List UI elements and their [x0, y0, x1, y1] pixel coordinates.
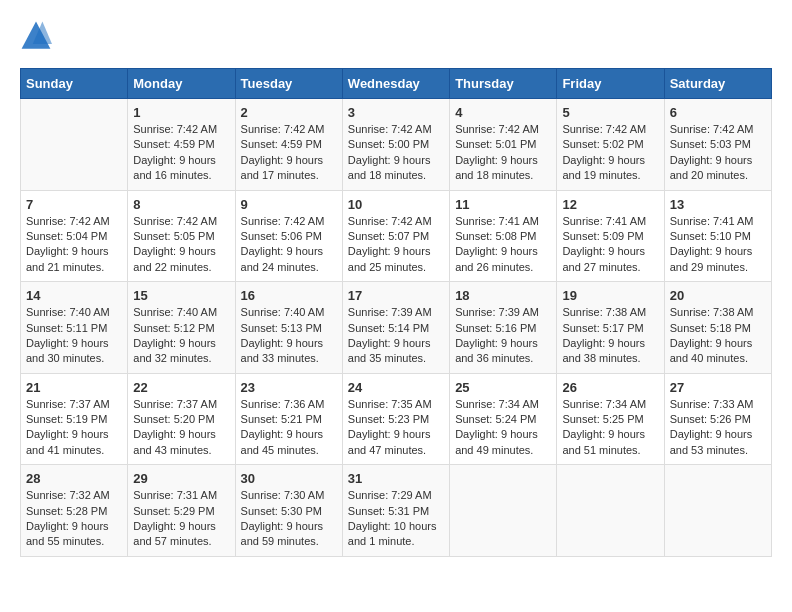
cell-info-line: and 33 minutes.	[241, 351, 337, 366]
cell-info-line: Sunset: 4:59 PM	[133, 137, 229, 152]
cell-info-line: Daylight: 9 hours	[348, 244, 444, 259]
cell-info-line: and 49 minutes.	[455, 443, 551, 458]
cell-info-line: Sunset: 5:28 PM	[26, 504, 122, 519]
cell-info-line: and 27 minutes.	[562, 260, 658, 275]
cell-info-line: and 30 minutes.	[26, 351, 122, 366]
cell-info-line: Daylight: 10 hours	[348, 519, 444, 534]
day-number: 25	[455, 380, 551, 395]
logo	[20, 20, 56, 52]
day-number: 30	[241, 471, 337, 486]
header-monday: Monday	[128, 69, 235, 99]
calendar-cell: 24Sunrise: 7:35 AMSunset: 5:23 PMDayligh…	[342, 373, 449, 465]
cell-info-line: Sunrise: 7:36 AM	[241, 397, 337, 412]
cell-info-line: and 19 minutes.	[562, 168, 658, 183]
cell-info-line: Sunset: 5:00 PM	[348, 137, 444, 152]
cell-info-line: Sunrise: 7:42 AM	[133, 122, 229, 137]
cell-info-line: Sunrise: 7:37 AM	[133, 397, 229, 412]
day-number: 4	[455, 105, 551, 120]
header-friday: Friday	[557, 69, 664, 99]
cell-info-line: Sunrise: 7:41 AM	[455, 214, 551, 229]
cell-info-line: Sunrise: 7:39 AM	[455, 305, 551, 320]
page-header	[20, 20, 772, 52]
calendar-cell: 29Sunrise: 7:31 AMSunset: 5:29 PMDayligh…	[128, 465, 235, 557]
cell-info-line: Sunset: 5:03 PM	[670, 137, 766, 152]
cell-info-line: and 38 minutes.	[562, 351, 658, 366]
cell-info-line: Sunset: 5:09 PM	[562, 229, 658, 244]
cell-info-line: Sunrise: 7:34 AM	[562, 397, 658, 412]
day-number: 13	[670, 197, 766, 212]
day-number: 5	[562, 105, 658, 120]
calendar-week-row: 1Sunrise: 7:42 AMSunset: 4:59 PMDaylight…	[21, 99, 772, 191]
calendar-cell	[664, 465, 771, 557]
day-number: 12	[562, 197, 658, 212]
calendar-cell: 22Sunrise: 7:37 AMSunset: 5:20 PMDayligh…	[128, 373, 235, 465]
cell-info-line: Sunrise: 7:38 AM	[562, 305, 658, 320]
logo-icon	[20, 20, 52, 52]
calendar-week-row: 14Sunrise: 7:40 AMSunset: 5:11 PMDayligh…	[21, 282, 772, 374]
cell-info-line: and 53 minutes.	[670, 443, 766, 458]
cell-info-line: Daylight: 9 hours	[562, 153, 658, 168]
cell-info-line: Sunset: 5:24 PM	[455, 412, 551, 427]
header-tuesday: Tuesday	[235, 69, 342, 99]
cell-info-line: and 47 minutes.	[348, 443, 444, 458]
cell-info-line: Daylight: 9 hours	[241, 427, 337, 442]
cell-info-line: Sunrise: 7:42 AM	[241, 214, 337, 229]
day-number: 20	[670, 288, 766, 303]
cell-info-line: and 26 minutes.	[455, 260, 551, 275]
calendar-cell: 30Sunrise: 7:30 AMSunset: 5:30 PMDayligh…	[235, 465, 342, 557]
calendar-cell: 26Sunrise: 7:34 AMSunset: 5:25 PMDayligh…	[557, 373, 664, 465]
header-saturday: Saturday	[664, 69, 771, 99]
cell-info-line: Daylight: 9 hours	[562, 427, 658, 442]
calendar-cell: 5Sunrise: 7:42 AMSunset: 5:02 PMDaylight…	[557, 99, 664, 191]
calendar-cell: 25Sunrise: 7:34 AMSunset: 5:24 PMDayligh…	[450, 373, 557, 465]
day-number: 27	[670, 380, 766, 395]
cell-info-line: Sunset: 5:16 PM	[455, 321, 551, 336]
cell-info-line: Daylight: 9 hours	[348, 336, 444, 351]
day-number: 2	[241, 105, 337, 120]
calendar-cell: 19Sunrise: 7:38 AMSunset: 5:17 PMDayligh…	[557, 282, 664, 374]
cell-info-line: Daylight: 9 hours	[241, 153, 337, 168]
day-number: 24	[348, 380, 444, 395]
calendar-cell: 14Sunrise: 7:40 AMSunset: 5:11 PMDayligh…	[21, 282, 128, 374]
cell-info-line: Sunset: 5:30 PM	[241, 504, 337, 519]
cell-info-line: Sunset: 5:31 PM	[348, 504, 444, 519]
cell-info-line: Daylight: 9 hours	[133, 336, 229, 351]
cell-info-line: Sunset: 5:12 PM	[133, 321, 229, 336]
cell-info-line: Daylight: 9 hours	[26, 519, 122, 534]
cell-info-line: Sunset: 5:05 PM	[133, 229, 229, 244]
cell-info-line: and 59 minutes.	[241, 534, 337, 549]
calendar-cell: 15Sunrise: 7:40 AMSunset: 5:12 PMDayligh…	[128, 282, 235, 374]
cell-info-line: Daylight: 9 hours	[26, 244, 122, 259]
cell-info-line: Sunset: 5:10 PM	[670, 229, 766, 244]
cell-info-line: Daylight: 9 hours	[241, 244, 337, 259]
cell-info-line: Sunset: 5:04 PM	[26, 229, 122, 244]
calendar-cell: 18Sunrise: 7:39 AMSunset: 5:16 PMDayligh…	[450, 282, 557, 374]
day-number: 8	[133, 197, 229, 212]
day-number: 22	[133, 380, 229, 395]
cell-info-line: and 21 minutes.	[26, 260, 122, 275]
cell-info-line: Sunset: 4:59 PM	[241, 137, 337, 152]
cell-info-line: Sunrise: 7:42 AM	[133, 214, 229, 229]
cell-info-line: Sunrise: 7:42 AM	[670, 122, 766, 137]
cell-info-line: Sunset: 5:01 PM	[455, 137, 551, 152]
cell-info-line: Sunset: 5:19 PM	[26, 412, 122, 427]
cell-info-line: Sunset: 5:13 PM	[241, 321, 337, 336]
cell-info-line: and 41 minutes.	[26, 443, 122, 458]
cell-info-line: and 36 minutes.	[455, 351, 551, 366]
cell-info-line: and 18 minutes.	[348, 168, 444, 183]
cell-info-line: Daylight: 9 hours	[133, 427, 229, 442]
calendar-cell: 10Sunrise: 7:42 AMSunset: 5:07 PMDayligh…	[342, 190, 449, 282]
calendar-cell	[21, 99, 128, 191]
header-wednesday: Wednesday	[342, 69, 449, 99]
calendar-cell: 13Sunrise: 7:41 AMSunset: 5:10 PMDayligh…	[664, 190, 771, 282]
day-number: 3	[348, 105, 444, 120]
day-number: 28	[26, 471, 122, 486]
day-number: 26	[562, 380, 658, 395]
calendar-cell: 27Sunrise: 7:33 AMSunset: 5:26 PMDayligh…	[664, 373, 771, 465]
cell-info-line: Sunrise: 7:40 AM	[26, 305, 122, 320]
cell-info-line: Sunrise: 7:37 AM	[26, 397, 122, 412]
cell-info-line: and 40 minutes.	[670, 351, 766, 366]
cell-info-line: Sunrise: 7:42 AM	[241, 122, 337, 137]
calendar-cell: 11Sunrise: 7:41 AMSunset: 5:08 PMDayligh…	[450, 190, 557, 282]
cell-info-line: Daylight: 9 hours	[455, 244, 551, 259]
